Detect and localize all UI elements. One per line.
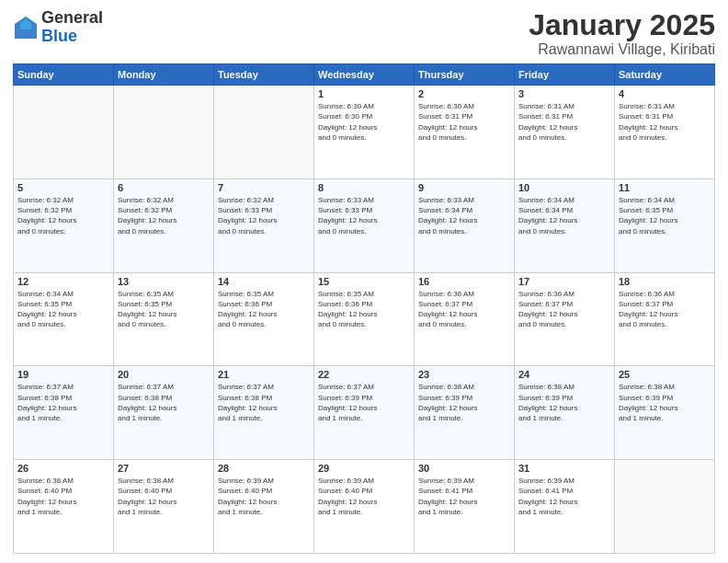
header: General Blue January 2025 Rawannawi Vill…: [13, 9, 715, 58]
day-info: Sunrise: 6:32 AM Sunset: 6:33 PM Dayligh…: [218, 195, 310, 236]
day-info: Sunrise: 6:33 AM Sunset: 6:33 PM Dayligh…: [318, 195, 410, 236]
calendar-week-5: 26Sunrise: 6:38 AM Sunset: 6:40 PM Dayli…: [14, 460, 715, 554]
day-number: 30: [418, 463, 510, 474]
calendar-cell: 9Sunrise: 6:33 AM Sunset: 6:34 PM Daylig…: [415, 178, 515, 272]
calendar-cell: 15Sunrise: 6:35 AM Sunset: 6:36 PM Dayli…: [314, 272, 415, 366]
calendar-title: January 2025: [529, 9, 715, 41]
logo-text: General Blue: [41, 9, 103, 46]
day-number: 29: [318, 463, 410, 474]
day-number: 19: [17, 369, 109, 380]
day-number: 6: [118, 182, 210, 193]
day-info: Sunrise: 6:36 AM Sunset: 6:37 PM Dayligh…: [619, 289, 711, 330]
day-info: Sunrise: 6:39 AM Sunset: 6:41 PM Dayligh…: [518, 476, 610, 517]
calendar-cell: 14Sunrise: 6:35 AM Sunset: 6:36 PM Dayli…: [214, 272, 314, 366]
day-info: Sunrise: 6:31 AM Sunset: 6:31 PM Dayligh…: [518, 101, 610, 143]
calendar-cell: [114, 86, 214, 179]
calendar-cell: 12Sunrise: 6:34 AM Sunset: 6:35 PM Dayli…: [14, 272, 114, 366]
calendar-cell: 24Sunrise: 6:38 AM Sunset: 6:39 PM Dayli…: [515, 366, 615, 460]
day-info: Sunrise: 6:33 AM Sunset: 6:34 PM Dayligh…: [418, 195, 510, 236]
day-number: 11: [619, 182, 711, 193]
calendar-cell: 2Sunrise: 6:30 AM Sunset: 6:31 PM Daylig…: [415, 86, 515, 179]
day-info: Sunrise: 6:39 AM Sunset: 6:41 PM Dayligh…: [418, 476, 510, 517]
calendar-cell: 5Sunrise: 6:32 AM Sunset: 6:32 PM Daylig…: [14, 178, 114, 272]
day-number: 21: [218, 369, 310, 380]
calendar-cell: 25Sunrise: 6:38 AM Sunset: 6:39 PM Dayli…: [615, 366, 715, 460]
col-friday: Friday: [515, 64, 615, 86]
day-info: Sunrise: 6:35 AM Sunset: 6:35 PM Dayligh…: [118, 289, 210, 330]
logo-blue-text: Blue: [41, 28, 103, 46]
calendar-cell: 10Sunrise: 6:34 AM Sunset: 6:34 PM Dayli…: [515, 178, 615, 272]
day-number: 16: [418, 276, 510, 287]
day-number: 24: [518, 369, 610, 380]
calendar-cell: 27Sunrise: 6:38 AM Sunset: 6:40 PM Dayli…: [114, 460, 214, 554]
day-info: Sunrise: 6:38 AM Sunset: 6:39 PM Dayligh…: [619, 382, 711, 423]
calendar-cell: [214, 86, 314, 179]
header-row: Sunday Monday Tuesday Wednesday Thursday…: [14, 64, 715, 86]
calendar-cell: 21Sunrise: 6:37 AM Sunset: 6:38 PM Dayli…: [214, 366, 314, 460]
calendar-cell: 6Sunrise: 6:32 AM Sunset: 6:32 PM Daylig…: [114, 178, 214, 272]
logo-icon: [13, 15, 39, 40]
day-info: Sunrise: 6:37 AM Sunset: 6:38 PM Dayligh…: [17, 382, 109, 423]
calendar-cell: 7Sunrise: 6:32 AM Sunset: 6:33 PM Daylig…: [214, 178, 314, 272]
day-info: Sunrise: 6:31 AM Sunset: 6:31 PM Dayligh…: [619, 101, 711, 143]
col-sunday: Sunday: [14, 64, 114, 86]
day-number: 25: [619, 369, 711, 380]
calendar-cell: 29Sunrise: 6:39 AM Sunset: 6:40 PM Dayli…: [314, 460, 415, 554]
calendar-cell: 31Sunrise: 6:39 AM Sunset: 6:41 PM Dayli…: [515, 460, 615, 554]
calendar-cell: 19Sunrise: 6:37 AM Sunset: 6:38 PM Dayli…: [14, 366, 114, 460]
day-number: 12: [17, 276, 109, 287]
day-info: Sunrise: 6:36 AM Sunset: 6:37 PM Dayligh…: [418, 289, 510, 330]
col-tuesday: Tuesday: [214, 64, 314, 86]
day-info: Sunrise: 6:38 AM Sunset: 6:39 PM Dayligh…: [518, 382, 610, 423]
day-number: 7: [218, 182, 310, 193]
calendar-cell: 28Sunrise: 6:39 AM Sunset: 6:40 PM Dayli…: [214, 460, 314, 554]
title-block: January 2025 Rawannawi Village, Kiribati: [529, 9, 715, 58]
day-info: Sunrise: 6:38 AM Sunset: 6:40 PM Dayligh…: [17, 476, 109, 517]
day-number: 13: [118, 276, 210, 287]
day-number: 8: [318, 182, 410, 193]
day-number: 23: [418, 369, 510, 380]
day-info: Sunrise: 6:37 AM Sunset: 6:39 PM Dayligh…: [318, 382, 410, 423]
calendar-cell: 20Sunrise: 6:37 AM Sunset: 6:38 PM Dayli…: [114, 366, 214, 460]
day-info: Sunrise: 6:37 AM Sunset: 6:38 PM Dayligh…: [118, 382, 210, 423]
day-info: Sunrise: 6:36 AM Sunset: 6:37 PM Dayligh…: [518, 289, 610, 330]
day-info: Sunrise: 6:35 AM Sunset: 6:36 PM Dayligh…: [218, 289, 310, 330]
day-number: 1: [318, 88, 410, 99]
day-info: Sunrise: 6:35 AM Sunset: 6:36 PM Dayligh…: [318, 289, 410, 330]
calendar-cell: 30Sunrise: 6:39 AM Sunset: 6:41 PM Dayli…: [415, 460, 515, 554]
calendar-cell: 1Sunrise: 6:30 AM Sunset: 6:30 PM Daylig…: [314, 86, 415, 179]
day-info: Sunrise: 6:37 AM Sunset: 6:38 PM Dayligh…: [218, 382, 310, 423]
day-number: 4: [619, 88, 711, 99]
calendar-table: Sunday Monday Tuesday Wednesday Thursday…: [13, 63, 715, 554]
col-wednesday: Wednesday: [314, 64, 415, 86]
calendar-week-4: 19Sunrise: 6:37 AM Sunset: 6:38 PM Dayli…: [14, 366, 715, 460]
calendar-cell: 13Sunrise: 6:35 AM Sunset: 6:35 PM Dayli…: [114, 272, 214, 366]
calendar-cell: 11Sunrise: 6:34 AM Sunset: 6:35 PM Dayli…: [615, 178, 715, 272]
calendar-cell: 8Sunrise: 6:33 AM Sunset: 6:33 PM Daylig…: [314, 178, 415, 272]
calendar-week-1: 1Sunrise: 6:30 AM Sunset: 6:30 PM Daylig…: [14, 86, 715, 179]
day-info: Sunrise: 6:38 AM Sunset: 6:40 PM Dayligh…: [118, 476, 210, 517]
day-number: 17: [518, 276, 610, 287]
day-info: Sunrise: 6:39 AM Sunset: 6:40 PM Dayligh…: [218, 476, 310, 517]
calendar-cell: 22Sunrise: 6:37 AM Sunset: 6:39 PM Dayli…: [314, 366, 415, 460]
calendar-week-3: 12Sunrise: 6:34 AM Sunset: 6:35 PM Dayli…: [14, 272, 715, 366]
day-number: 27: [118, 463, 210, 474]
day-number: 26: [17, 463, 109, 474]
calendar-cell: 4Sunrise: 6:31 AM Sunset: 6:31 PM Daylig…: [615, 86, 715, 179]
calendar-cell: 17Sunrise: 6:36 AM Sunset: 6:37 PM Dayli…: [515, 272, 615, 366]
calendar-cell: 23Sunrise: 6:38 AM Sunset: 6:39 PM Dayli…: [415, 366, 515, 460]
day-info: Sunrise: 6:32 AM Sunset: 6:32 PM Dayligh…: [17, 195, 109, 236]
day-info: Sunrise: 6:38 AM Sunset: 6:39 PM Dayligh…: [418, 382, 510, 423]
calendar-cell: [615, 460, 715, 554]
logo: General Blue: [13, 9, 103, 46]
day-number: 18: [619, 276, 711, 287]
day-number: 31: [518, 463, 610, 474]
calendar-cell: 3Sunrise: 6:31 AM Sunset: 6:31 PM Daylig…: [515, 86, 615, 179]
day-number: 2: [418, 88, 510, 99]
day-number: 15: [318, 276, 410, 287]
day-number: 22: [318, 369, 410, 380]
day-number: 14: [218, 276, 310, 287]
col-saturday: Saturday: [615, 64, 715, 86]
col-thursday: Thursday: [415, 64, 515, 86]
day-info: Sunrise: 6:34 AM Sunset: 6:35 PM Dayligh…: [619, 195, 711, 236]
